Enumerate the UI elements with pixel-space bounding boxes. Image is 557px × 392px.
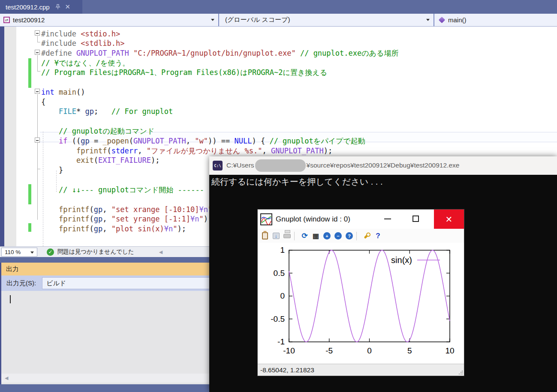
sine-curve: [289, 250, 450, 342]
code-token-str: ": [199, 215, 204, 223]
method-cube-icon: [439, 17, 446, 24]
fold-collapse-icon[interactable]: [35, 30, 40, 36]
code-line[interactable]: exit(EXIT_FAILURE);: [41, 156, 160, 165]
code-token-fn: fprintf: [59, 215, 90, 223]
help-icon[interactable]: ?: [374, 232, 382, 240]
code-token-pl: [296, 49, 300, 57]
code-line[interactable]: // Program FilesはPROGRA~1、Program Files(…: [41, 68, 327, 77]
code-line[interactable]: fprintf(gp, "plot sin(x)¥n");: [41, 224, 186, 233]
code-navigation-bar: ⇄ test200912 (グローバル スコープ) main(): [0, 14, 557, 27]
code-token-com: // For gnuplot: [111, 107, 173, 116]
gnuplot-plot-canvas[interactable]: -10-5051010.50-0.5-1sin(x): [258, 243, 464, 364]
code-token-str: <stdlib.h>: [81, 39, 124, 48]
hscroll-left-arrow-icon[interactable]: ◀: [159, 249, 163, 255]
code-token-mac: EXIT_FAILURE: [98, 156, 151, 165]
autoscale-icon[interactable]: ?: [345, 232, 353, 240]
code-token-kw: stderr: [111, 147, 138, 155]
code-token-pl: );: [324, 147, 332, 155]
code-health-message: 問題は見つかりませんでした: [57, 248, 134, 256]
code-line[interactable]: // ↓↓--- gnuplotコマンド開始 ------: [41, 185, 204, 195]
y-tick-label: 0: [280, 291, 285, 300]
toolbar-separator: [294, 232, 295, 240]
close-window-button[interactable]: ✕: [434, 209, 464, 229]
code-line[interactable]: // gnuplotの起動コマンド: [41, 126, 154, 136]
code-line[interactable]: // ¥ではなく、/を使う。: [41, 58, 130, 68]
document-tab-strip: test200912.cpp ✕: [0, 0, 557, 14]
x-tick-label: 0: [367, 346, 372, 355]
code-token-pl: ) {: [252, 137, 269, 145]
tab-test200912-cpp[interactable]: test200912.cpp ✕: [0, 0, 82, 14]
code-token-pl: ;: [94, 107, 111, 116]
output-source-value: ビルド: [46, 279, 66, 287]
code-token-com: // ↓↓--- gnuplotコマンド開始 ------: [59, 186, 204, 194]
grid-toggle-icon[interactable]: ▦: [312, 232, 320, 240]
code-token-pl: ((: [67, 137, 81, 145]
nav-scope-dropdown[interactable]: (グローバル スコープ): [219, 14, 434, 26]
code-line[interactable]: FILE* gp; // For gnuplot: [41, 107, 173, 116]
code-line[interactable]: fprintf(gp, "set yrange [-1:1]¥n");: [41, 214, 212, 224]
gnuplot-window[interactable]: Gnuplot (window id : 0) ✕ ↓⟳▦+−?? -10-50…: [257, 209, 464, 376]
code-token-str: "plot sin(x): [111, 224, 164, 233]
config-wrench-icon[interactable]: [363, 232, 371, 240]
code-token-pl: [41, 215, 59, 223]
code-token-str: "ファイルが見つかりません %s.": [147, 147, 262, 155]
output-text-caret: [10, 295, 11, 303]
code-line[interactable]: #define GNUPLOT_PATH "C:/PROGRA~1/gnuplo…: [41, 48, 398, 58]
code-token-pl: (: [94, 156, 98, 165]
resize-grip[interactable]: [459, 371, 463, 374]
code-token-mac: GNUPLOT_PATH: [133, 137, 186, 145]
console-output-text: 続行するには何かキーを押してください . . .: [211, 176, 382, 188]
code-token-str: "set xrange [-10:10]: [111, 205, 199, 214]
code-line[interactable]: if ((gp = _popen(GNUPLOT_PATH, "w")) == …: [41, 136, 365, 146]
code-token-pl: [41, 205, 59, 214]
fold-collapse-icon[interactable]: [35, 138, 40, 143]
hscroll-left-arrow-icon[interactable]: ◀: [5, 375, 8, 381]
legend-label: sin(x): [391, 255, 412, 265]
replot-icon[interactable]: ⟳: [301, 232, 309, 240]
chevron-down-icon: [30, 251, 34, 254]
code-token-ctl: if: [59, 137, 67, 145]
code-line[interactable]: fprintf(gp, "set xrange [-10:10]¥n");: [41, 205, 221, 214]
fold-collapse-icon[interactable]: [35, 89, 40, 94]
nav-scope-label: (グローバル スコープ): [225, 16, 290, 24]
nav-member-dropdown[interactable]: main(): [434, 14, 557, 26]
code-token-pp: #include: [41, 39, 81, 48]
minimize-icon[interactable]: [384, 218, 391, 219]
gnuplot-title-bar[interactable]: Gnuplot (window id : 0) ✕: [258, 209, 464, 229]
breakpoint-gutter[interactable]: [4, 27, 16, 246]
maximize-icon[interactable]: [412, 215, 419, 222]
export-image-icon[interactable]: ↓: [272, 232, 280, 240]
code-token-pl: [41, 137, 59, 145]
change-tracking-bar: [28, 184, 31, 204]
fold-collapse-icon[interactable]: [35, 50, 40, 55]
zoom-level-combo[interactable]: 110 %: [1, 248, 37, 257]
y-tick-label: 1: [280, 245, 285, 254]
code-token-pl: (): [76, 88, 85, 96]
zoom-next-icon[interactable]: −: [334, 232, 342, 240]
redacted-username: [255, 159, 306, 172]
console-title-bar[interactable]: C:\ C:¥Users¥source¥repos¥test200912¥Deb…: [209, 156, 557, 175]
code-line[interactable]: #include <stdlib.h>: [41, 39, 124, 48]
project-file-icon: ⇄: [3, 17, 10, 23]
code-line[interactable]: {: [41, 97, 45, 107]
code-token-pl: {: [41, 98, 45, 106]
code-token-kw: NULL: [234, 137, 252, 145]
code-token-var: gp: [94, 224, 102, 233]
close-tab-icon[interactable]: ✕: [65, 4, 71, 10]
code-token-str: <stdio.h>: [81, 30, 120, 38]
y-tick-label: -1: [277, 337, 285, 346]
nav-project-dropdown[interactable]: ⇄ test200912: [0, 14, 218, 26]
console-title-text: C:¥Users¥source¥repos¥test200912¥Debug¥t…: [226, 159, 459, 172]
copy-clipboard-icon[interactable]: [261, 232, 269, 240]
zoom-previous-icon[interactable]: +: [323, 232, 331, 240]
code-line[interactable]: #include <stdio.h>: [41, 29, 120, 39]
code-token-pl: =: [90, 137, 103, 145]
code-token-pl: ,: [102, 205, 111, 214]
code-line[interactable]: }: [41, 165, 63, 175]
gnuplot-toolbar: ↓⟳▦+−??: [258, 229, 464, 243]
code-line[interactable]: int main(): [41, 87, 85, 97]
code-line[interactable]: fprintf(stderr, "ファイルが見つかりません %s.", GNUP…: [41, 146, 332, 156]
print-icon[interactable]: [283, 232, 291, 240]
y-tick-label: 0.5: [274, 269, 285, 278]
pin-icon[interactable]: [55, 4, 61, 10]
